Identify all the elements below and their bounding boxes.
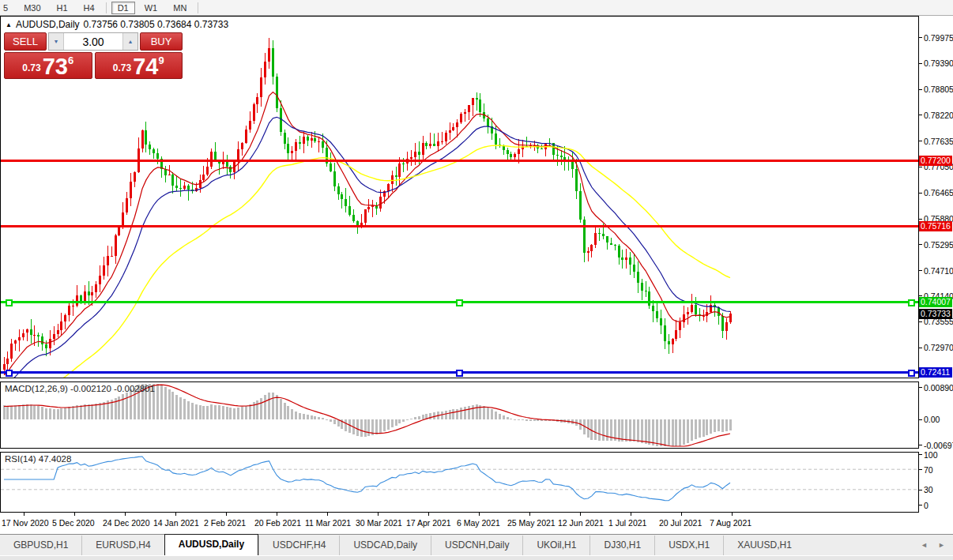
line-handle[interactable] xyxy=(908,370,915,377)
timeframe-button-5[interactable]: 5 xyxy=(0,2,14,14)
price-axis[interactable]: 0.799750.793900.788050.782200.776350.770… xyxy=(919,16,953,513)
line-handle[interactable] xyxy=(6,370,13,377)
mt4-window: 5M30H1H4D1W1MN ▲ AUDUSD,Daily 0.73756 0.… xyxy=(0,0,953,560)
sell-price-main: 73 xyxy=(43,56,68,77)
line-handle[interactable] xyxy=(456,299,463,306)
chart-symbol: AUDUSD,Daily xyxy=(16,19,80,30)
tab-eurusd-h4[interactable]: EURUSD,H4 xyxy=(81,536,164,555)
sell-price-display[interactable]: 0.73 73 6 xyxy=(4,52,92,79)
tab-usdchf-h4[interactable]: USDCHF,H4 xyxy=(258,536,339,555)
rsi-label: RSI(14) 47.4028 xyxy=(5,454,71,464)
collapse-arrow-icon[interactable]: ▲ xyxy=(6,21,12,28)
tab-ukoil-h1[interactable]: UKOil,H1 xyxy=(522,536,590,555)
date-label: 7 Aug 2021 xyxy=(710,518,751,528)
tabs-scroll-right-icon[interactable]: ► xyxy=(938,541,945,549)
tab-usdcnh-daily[interactable]: USDCNH,Daily xyxy=(431,536,522,555)
date-label: 1 Jul 2021 xyxy=(608,518,646,528)
price-chart-pane[interactable]: ▲ AUDUSD,Daily 0.73756 0.73805 0.73684 0… xyxy=(0,16,919,378)
timeframe-button-w1[interactable]: W1 xyxy=(138,2,164,14)
sell-button[interactable]: SELL xyxy=(4,32,47,51)
date-label: 14 Jan 2021 xyxy=(153,518,199,528)
rsi-indicator-pane[interactable]: RSI(14) 47.4028 xyxy=(0,452,919,513)
volume-increase-button[interactable]: ▲ xyxy=(122,33,137,50)
buy-button[interactable]: BUY xyxy=(140,32,183,51)
sell-price-prefix: 0.73 xyxy=(22,62,40,73)
tab-gbpusd-h1[interactable]: GBPUSD,H1 xyxy=(0,536,81,555)
buy-price-pip: 9 xyxy=(158,54,164,66)
price-tick-label: 0.72970 xyxy=(919,343,953,353)
tabs-scroll-left-icon[interactable]: ◄ xyxy=(921,541,928,549)
time-axis[interactable]: 17 Nov 20205 Dec 202024 Dec 202014 Jan 2… xyxy=(0,513,919,533)
line-handle[interactable] xyxy=(6,299,13,306)
volume-input[interactable] xyxy=(64,33,122,50)
macd-label: MACD(12,26,9) -0.002120 -0.002801 xyxy=(5,384,155,393)
price-tick-label: 0.78220 xyxy=(919,110,953,120)
horizontal-line-0.772[interactable] xyxy=(1,160,918,162)
timeframe-button-mn[interactable]: MN xyxy=(167,2,193,14)
line-handle[interactable] xyxy=(908,299,915,306)
rsi-tick-label: 70 xyxy=(919,464,933,475)
date-label: 20 Feb 2021 xyxy=(254,518,301,528)
date-label: 5 Dec 2020 xyxy=(52,518,95,528)
tab-dj30-h1[interactable]: DJ30,H1 xyxy=(590,536,654,555)
buy-price-display[interactable]: 0.73 74 9 xyxy=(95,52,183,79)
price-tick-label: 0.75295 xyxy=(919,239,953,250)
volume-decrease-button[interactable]: ▼ xyxy=(49,33,64,50)
timeframe-button-m30[interactable]: M30 xyxy=(17,2,47,14)
date-label: 12 Jun 2021 xyxy=(558,518,604,528)
date-label: 20 Jul 2021 xyxy=(659,518,702,528)
timeframe-button-h1[interactable]: H1 xyxy=(51,2,74,14)
price-tick-label: 0.76465 xyxy=(919,188,953,198)
price-level-tag: 0.74007 xyxy=(919,297,952,307)
horizontal-line-0.75716[interactable] xyxy=(1,225,918,227)
volume-control: ▼ ▲ xyxy=(48,32,138,51)
rsi-tick-label: 100 xyxy=(919,449,938,460)
toolbar-divider xyxy=(198,2,198,13)
tab-usdx-h1[interactable]: USDX,H1 xyxy=(654,536,723,555)
macd-tick-label: 0.008903 xyxy=(919,382,953,393)
price-tick-label: 0.79975 xyxy=(919,32,953,43)
date-label: 17 Nov 2020 xyxy=(2,518,49,528)
toolbar-divider xyxy=(106,2,107,13)
date-label: 25 May 2021 xyxy=(507,518,556,528)
one-click-trading-panel: SELL ▼ ▲ BUY 0.73 73 6 0.73 74 9 xyxy=(4,32,183,79)
price-tick-label: 0.79390 xyxy=(919,58,953,69)
sell-price-pip: 6 xyxy=(68,54,73,66)
tab-usdcad-daily[interactable]: USDCAD,Daily xyxy=(339,536,431,555)
status-strip xyxy=(0,555,953,560)
date-label: 11 Mar 2021 xyxy=(305,518,351,528)
price-level-tag: 0.75716 xyxy=(919,221,952,231)
buy-price-prefix: 0.73 xyxy=(113,62,131,73)
macd-tick-label: 0.00 xyxy=(919,415,940,425)
buy-price-main: 74 xyxy=(133,56,158,77)
price-level-tag: 0.73733 xyxy=(919,309,952,319)
price-tick-label: 0.78805 xyxy=(919,85,953,95)
date-label: 30 Mar 2021 xyxy=(356,518,402,528)
price-level-tag: 0.72411 xyxy=(919,367,952,378)
timeframe-toolbar: 5M30H1H4D1W1MN xyxy=(0,0,953,16)
date-label: 24 Dec 2020 xyxy=(103,518,150,528)
chart-title: ▲ AUDUSD,Daily 0.73756 0.73805 0.73684 0… xyxy=(6,19,228,30)
timeframe-button-d1[interactable]: D1 xyxy=(111,2,135,14)
price-level-tag: 0.77200 xyxy=(919,156,952,166)
date-label: 2 Feb 2021 xyxy=(204,518,246,528)
price-tick-label: 0.77635 xyxy=(919,136,953,146)
line-handle[interactable] xyxy=(456,370,463,377)
tab-audusd-daily[interactable]: AUDUSD,Daily xyxy=(164,534,258,555)
rsi-tick-label: 0 xyxy=(919,500,929,510)
timeframe-button-h4[interactable]: H4 xyxy=(77,2,101,14)
price-tick-label: 0.74710 xyxy=(919,265,953,276)
chart-tabs-bar: GBPUSD,H1◄ ► EURUSD,H4AUDUSD,DailyUSDCHF… xyxy=(0,534,953,555)
chart-ohlc-values: 0.73756 0.73805 0.73684 0.73733 xyxy=(84,19,229,30)
date-label: 6 May 2021 xyxy=(457,518,500,528)
rsi-plot xyxy=(1,453,918,515)
macd-indicator-pane[interactable]: MACD(12,26,9) -0.002120 -0.002801 xyxy=(0,381,919,449)
rsi-tick-label: 30 xyxy=(919,485,933,495)
date-label: 17 Apr 2021 xyxy=(406,518,451,528)
tab-xauusd-h1[interactable]: XAUUSD,H1 xyxy=(723,536,805,555)
